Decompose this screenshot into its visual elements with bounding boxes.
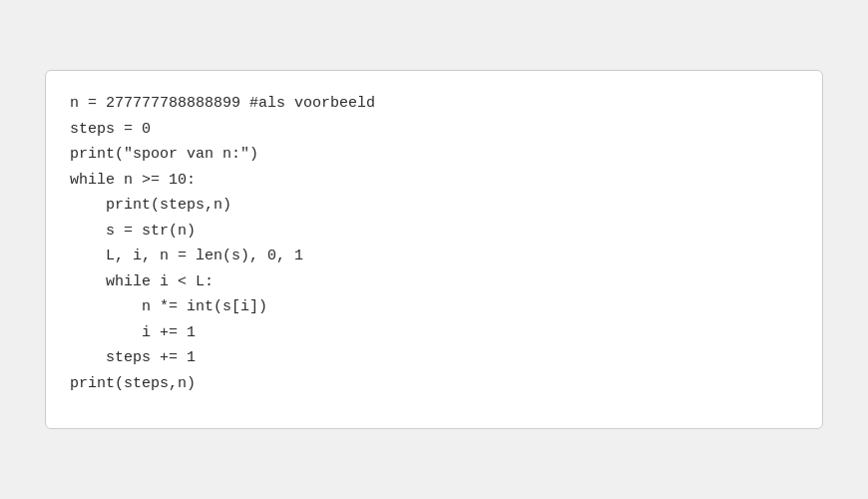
code-line-line1: n = 277777788888899 #als voorbeeld — [70, 91, 798, 117]
code-line-line12: print(steps,n) — [70, 371, 798, 397]
code-line-line11: steps += 1 — [70, 345, 798, 371]
code-line-line3: print("spoor van n:") — [70, 142, 798, 168]
code-line-line8: while i < L: — [70, 269, 798, 295]
code-line-line6: s = str(n) — [70, 219, 798, 245]
code-block: n = 277777788888899 #als voorbeeldsteps … — [70, 91, 798, 396]
code-line-line10: i += 1 — [70, 320, 798, 346]
code-line-line9: n *= int(s[i]) — [70, 294, 798, 320]
code-line-line7: L, i, n = len(s), 0, 1 — [70, 244, 798, 269]
code-line-line5: print(steps,n) — [70, 193, 798, 219]
code-line-line2: steps = 0 — [70, 117, 798, 143]
code-container: n = 277777788888899 #als voorbeeldsteps … — [45, 70, 823, 429]
code-line-line4: while n >= 10: — [70, 168, 798, 194]
